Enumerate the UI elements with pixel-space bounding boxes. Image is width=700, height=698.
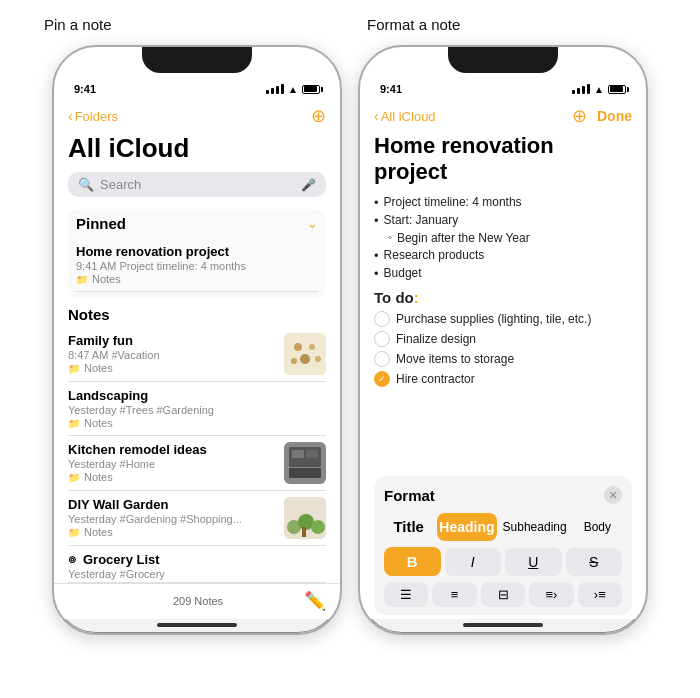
bullet-0: • Project timeline: 4 months <box>374 195 632 210</box>
note-title-2: Kitchen remodel ideas <box>68 442 278 457</box>
note-meta-1: Yesterday #Trees #Gardening <box>68 404 326 416</box>
shared-icon: ⊚ <box>68 554 76 565</box>
todo-circle-0 <box>374 311 390 327</box>
pinned-section: Pinned ⌄ Home renovation project 9:41 AM… <box>68 209 326 298</box>
format-heading-btn[interactable]: Heading <box>437 513 496 541</box>
left-bottom-bar: 209 Notes ✏️ <box>54 583 340 619</box>
note-title-0: Family fun <box>68 333 278 348</box>
pin-a-note-label: Pin a note <box>20 16 357 33</box>
right-back-btn[interactable]: ‹ All iCloud <box>374 108 436 124</box>
note-folder-0: 📁Notes <box>68 362 278 374</box>
pinned-note-folder: 📁 Notes <box>76 273 318 285</box>
svg-point-2 <box>309 344 315 350</box>
battery-icon <box>302 85 320 94</box>
svg-point-1 <box>294 343 302 351</box>
pinned-note-title: Home renovation project <box>76 244 318 259</box>
signal-icon <box>266 84 284 94</box>
home-indicator <box>157 623 237 627</box>
strikethrough-btn[interactable]: S <box>566 548 623 576</box>
format-subheading-btn[interactable]: Subheading <box>501 514 569 540</box>
todo-0[interactable]: Purchase supplies (lighting, tile, etc.) <box>374 311 632 327</box>
mic-icon: 🎤 <box>301 178 316 192</box>
right-time: 9:41 <box>380 83 402 95</box>
right-nav-row: ‹ All iCloud ⊕ Done <box>374 105 632 127</box>
left-status-bar: 9:41 ▲ <box>54 75 340 97</box>
note-meta-0: 8:47 AM #Vacation <box>68 349 278 361</box>
note-item-kitchen[interactable]: Kitchen remodel ideas Yesterday #Home 📁N… <box>68 436 326 491</box>
align-indent-btn[interactable]: ›≡ <box>578 582 622 607</box>
note-title-4: ⊚ Grocery List <box>68 552 326 567</box>
svg-rect-10 <box>289 468 321 478</box>
pinned-chevron-icon[interactable]: ⌄ <box>307 216 318 231</box>
note-detail-title: Home renovation project <box>374 133 632 185</box>
left-nav-btn[interactable]: ⊕ <box>311 105 326 127</box>
bold-btn[interactable]: B <box>384 547 441 576</box>
format-style-row: Title Heading Subheading Body <box>384 512 622 541</box>
note-folder-2: 📁Notes <box>68 471 278 483</box>
left-chevron-icon: ‹ <box>68 108 73 124</box>
pinned-label: Pinned <box>76 215 126 232</box>
right-wifi-icon: ▲ <box>594 84 604 95</box>
right-home-indicator <box>463 623 543 627</box>
note-folder-1: 📁Notes <box>68 417 326 429</box>
wifi-icon: ▲ <box>288 84 298 95</box>
note-item-diy[interactable]: DIY Wall Garden Yesterday #Gardening #Sh… <box>68 491 326 546</box>
note-thumb-2 <box>284 442 326 484</box>
svg-point-14 <box>311 520 325 534</box>
align-list-btn[interactable]: ☰ <box>384 582 428 607</box>
note-title-1: Landscaping <box>68 388 326 403</box>
search-icon: 🔍 <box>78 177 94 192</box>
todo-circle-2 <box>374 351 390 367</box>
note-item-landscaping[interactable]: Landscaping Yesterday #Trees #Gardening … <box>68 382 326 436</box>
format-body-btn[interactable]: Body <box>573 514 622 540</box>
align-num-btn[interactable]: ⊟ <box>481 582 525 607</box>
note-folder-3: 📁Notes <box>68 526 278 538</box>
compose-btn[interactable]: ✏️ <box>304 590 326 612</box>
thumb-svg-3 <box>284 497 326 539</box>
align-right-btn[interactable]: ≡› <box>529 582 573 607</box>
note-meta-2: Yesterday #Home <box>68 458 278 470</box>
todo-1[interactable]: Finalize design <box>374 331 632 347</box>
right-status-bar: 9:41 ▲ <box>360 75 646 97</box>
format-bius-row: B I U S <box>384 547 622 576</box>
right-more-btn[interactable]: ⊕ <box>572 105 587 127</box>
todo-3[interactable]: ✓ Hire contractor <box>374 371 632 387</box>
thumb-svg-2 <box>284 442 326 484</box>
bullet-3: • Budget <box>374 266 632 281</box>
sub-bullet-0: ◦ Begin after the New Year <box>388 231 632 245</box>
svg-point-3 <box>300 354 310 364</box>
todo-section-title: To do: <box>374 289 632 306</box>
left-screen-title: All iCloud <box>68 133 326 164</box>
align-bullet-btn[interactable]: ≡ <box>432 582 476 607</box>
format-close-btn[interactable]: × <box>604 486 622 504</box>
italic-btn[interactable]: I <box>445 548 502 576</box>
search-bar[interactable]: 🔍 Search 🎤 <box>68 172 326 197</box>
todo-2[interactable]: Move items to storage <box>374 351 632 367</box>
underline-btn[interactable]: U <box>505 548 562 576</box>
bullet-2: • Research products <box>374 248 632 263</box>
svg-point-5 <box>315 356 321 362</box>
note-item-grocery[interactable]: ⊚ Grocery List Yesterday #Grocery <box>68 546 326 583</box>
pinned-note-meta: 9:41 AM Project timeline: 4 months <box>76 260 318 272</box>
right-iphone: 9:41 ▲ <box>358 45 648 635</box>
right-chevron-icon: ‹ <box>374 108 379 124</box>
todo-circle-3: ✓ <box>374 371 390 387</box>
left-iphone: 9:41 ▲ <box>52 45 342 635</box>
note-item-family-fun[interactable]: Family fun 8:47 AM #Vacation 📁Notes <box>68 327 326 382</box>
right-done-btn[interactable]: Done <box>597 108 632 124</box>
note-thumb-0 <box>284 333 326 375</box>
note-thumb-3 <box>284 497 326 539</box>
svg-rect-15 <box>302 527 306 537</box>
right-signal-icon <box>572 84 590 94</box>
format-title-btn[interactable]: Title <box>384 512 433 541</box>
notes-label: Notes <box>68 306 326 323</box>
left-nav-row: ‹ Folders ⊕ <box>68 105 326 127</box>
format-a-note-label: Format a note <box>357 16 680 33</box>
left-back-btn[interactable]: ‹ Folders <box>68 108 118 124</box>
bullet-1: • Start: January <box>374 213 632 228</box>
svg-point-4 <box>291 358 297 364</box>
left-back-label: Folders <box>75 109 118 124</box>
pinned-note-item[interactable]: Home renovation project 9:41 AM Project … <box>76 238 318 292</box>
note-body[interactable]: • Project timeline: 4 months • Start: Ja… <box>374 195 632 470</box>
svg-rect-9 <box>306 450 318 458</box>
